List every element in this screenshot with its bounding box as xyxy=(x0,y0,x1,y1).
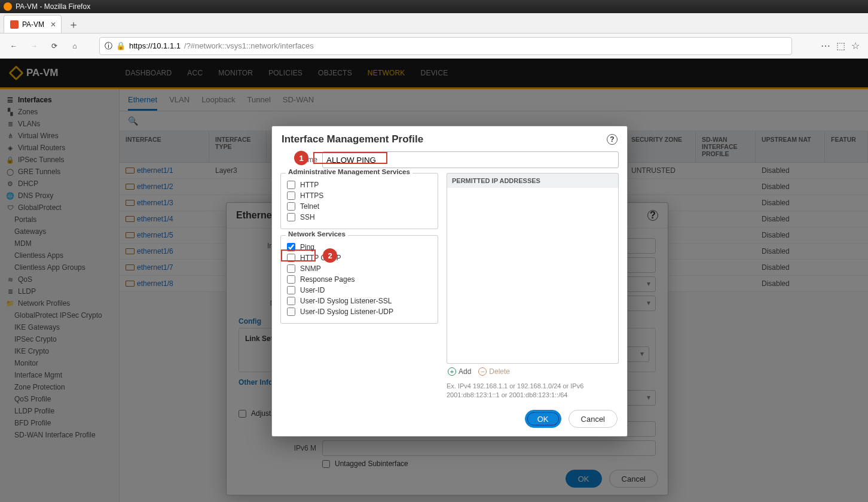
name-input[interactable] xyxy=(322,151,619,168)
sidebar-item-gateways[interactable]: Gateways xyxy=(4,226,115,238)
sidebar-item-dhcp[interactable]: ⚙DHCP xyxy=(4,178,115,190)
sidebar-item-bfd-profile[interactable]: BFD Profile xyxy=(4,417,115,429)
sidebar-item-sdwan-profile[interactable]: SD-WAN Interface Profile xyxy=(4,429,115,441)
nav-objects[interactable]: OBJECTS xyxy=(318,69,352,77)
pocket-icon[interactable]: ⬚ xyxy=(836,40,845,51)
tab-title: PA-VM xyxy=(22,20,44,29)
logo-icon xyxy=(8,65,23,80)
app-header: PA-VM DASHBOARD ACC MONITOR POLICIES OBJ… xyxy=(0,59,868,87)
lock-icon[interactable]: 🔒 xyxy=(116,41,126,50)
nav-network[interactable]: NETWORK xyxy=(368,69,405,77)
back-button[interactable]: ← xyxy=(6,38,22,54)
sidebar-item-interfaces[interactable]: ☰Interfaces xyxy=(4,94,115,106)
user-id-ssl-checkbox[interactable]: User-ID Syslog Listener-SSL xyxy=(287,297,432,305)
subtab-tunnel[interactable]: Tunnel xyxy=(247,95,271,111)
port-icon xyxy=(126,216,135,222)
tab-close-icon[interactable]: ✕ xyxy=(50,20,56,29)
nav-acc[interactable]: ACC xyxy=(187,69,203,77)
ssh-checkbox[interactable]: SSH xyxy=(287,213,432,221)
sidebar-group-globalprotect[interactable]: 🛡GlobalProtect xyxy=(4,202,115,214)
reload-button[interactable]: ⟳ xyxy=(47,38,62,54)
sidebar-item-mdm[interactable]: MDM xyxy=(4,238,115,250)
sidebar-item-zone-protection[interactable]: Zone Protection xyxy=(4,381,115,393)
ping-checkbox[interactable]: Ping xyxy=(287,243,432,251)
interfaces-icon: ☰ xyxy=(6,96,14,104)
nav-policies[interactable]: POLICIES xyxy=(268,69,302,77)
home-button[interactable]: ⌂ xyxy=(67,38,82,54)
adjust-checkbox[interactable] xyxy=(239,410,246,418)
browser-toolbar: ← → ⟳ ⌂ ⓘ 🔒 https://10.1.1.1/?#network::… xyxy=(0,34,868,59)
port-icon xyxy=(126,232,135,238)
https-checkbox[interactable]: HTTPS xyxy=(287,191,432,200)
port-icon xyxy=(126,184,135,190)
add-button[interactable]: +Add xyxy=(448,367,471,376)
sidebar-item-if-mgmt[interactable]: Interface Mgmt xyxy=(4,369,115,381)
delete-button[interactable]: −Delete xyxy=(478,367,510,376)
nav-dashboard[interactable]: DASHBOARD xyxy=(126,69,172,77)
sidebar-item-portals[interactable]: Portals xyxy=(4,214,115,226)
v6m-field[interactable] xyxy=(322,440,656,456)
sidebar-item-dns[interactable]: 🌐DNS Proxy xyxy=(4,190,115,202)
telnet-checkbox[interactable]: Telnet xyxy=(287,202,432,211)
more-icon[interactable]: ⋯ xyxy=(821,40,830,51)
sidebar: ☰Interfaces ▚Zones ≣VLANs ⋔Virtual Wires… xyxy=(0,89,120,502)
ip-hint: Ex. IPv4 192.168.1.1 or 192.168.1.0/24 o… xyxy=(447,382,619,400)
sidebar-item-qos[interactable]: ≋QoS xyxy=(4,273,115,285)
response-pages-checkbox[interactable]: Response Pages xyxy=(287,275,432,284)
zones-icon: ▚ xyxy=(6,108,14,116)
subtab-vlan[interactable]: VLAN xyxy=(169,95,190,111)
port-icon xyxy=(126,168,135,174)
sidebar-item-virtual-routers[interactable]: ◈Virtual Routers xyxy=(4,142,115,154)
sidebar-item-zones[interactable]: ▚Zones xyxy=(4,106,115,118)
browser-tab[interactable]: PA-VM ✕ xyxy=(4,15,62,33)
untagged-checkbox[interactable] xyxy=(322,460,330,468)
sidebar-item-qos-profile[interactable]: QoS Profile xyxy=(4,393,115,405)
new-tab-button[interactable]: ＋ xyxy=(65,16,82,33)
snmp-checkbox[interactable]: SNMP xyxy=(287,264,432,273)
sidebar-item-monitor[interactable]: Monitor xyxy=(4,357,115,369)
sidebar-item-virtual-wires[interactable]: ⋔Virtual Wires xyxy=(4,130,115,142)
sidebar-item-clientless[interactable]: Clientless Apps xyxy=(4,250,115,261)
nav-monitor[interactable]: MONITOR xyxy=(218,69,253,77)
sidebar-item-gp-ipsec[interactable]: GlobalProtect IPSec Crypto xyxy=(4,309,115,321)
sidebar-item-lldp[interactable]: ≣LLDP xyxy=(4,285,115,297)
sidebar-item-vlans[interactable]: ≣VLANs xyxy=(4,118,115,130)
col-interface: INTERFACE xyxy=(120,131,209,162)
help-icon[interactable]: ? xyxy=(607,134,618,145)
subtab-sdwan[interactable]: SD-WAN xyxy=(283,95,314,111)
sidebar-item-ipsec-crypto[interactable]: IPSec Crypto xyxy=(4,333,115,345)
url-bar[interactable]: ⓘ 🔒 https://10.1.1.1/?#network::vsys1::n… xyxy=(99,37,792,55)
sidebar-item-lldp-profile[interactable]: LLDP Profile xyxy=(4,405,115,417)
sidebar-item-clientless-groups[interactable]: Clientless App Groups xyxy=(4,261,115,273)
back-cancel-button[interactable]: Cancel xyxy=(609,470,658,488)
port-icon xyxy=(126,248,135,254)
qos-icon: ≋ xyxy=(6,275,14,284)
http-checkbox[interactable]: HTTP xyxy=(287,181,432,189)
cancel-button[interactable]: Cancel xyxy=(569,410,618,428)
sidebar-item-gre[interactable]: ◯GRE Tunnels xyxy=(4,166,115,178)
ok-button[interactable]: OK xyxy=(525,410,561,428)
permitted-ip-list[interactable] xyxy=(447,188,619,364)
user-id-udp-checkbox[interactable]: User-ID Syslog Listener-UDP xyxy=(287,308,432,316)
subtab-ethernet[interactable]: Ethernet xyxy=(128,95,157,111)
help-icon[interactable]: ? xyxy=(647,210,658,221)
back-ok-button[interactable]: OK xyxy=(566,470,602,488)
col-type: INTERFACE TYPE xyxy=(209,131,267,162)
info-icon[interactable]: ⓘ xyxy=(105,41,112,51)
http-ocsp-checkbox[interactable]: HTTP OCSP xyxy=(287,254,432,262)
nav-device[interactable]: DEVICE xyxy=(421,69,448,77)
vr-icon: ◈ xyxy=(6,144,14,152)
sidebar-group-netprofiles[interactable]: 📁Network Profiles xyxy=(4,297,115,309)
sidebar-item-ike-crypto[interactable]: IKE Crypto xyxy=(4,345,115,357)
sidebar-item-ike-gw[interactable]: IKE Gateways xyxy=(4,321,115,333)
sidebar-item-ipsec[interactable]: 🔒IPSec Tunnels xyxy=(4,154,115,166)
port-icon xyxy=(126,281,135,287)
user-id-checkbox[interactable]: User-ID xyxy=(287,286,432,294)
star-icon[interactable]: ☆ xyxy=(851,40,860,51)
gre-icon: ◯ xyxy=(6,168,14,176)
subtab-loopback[interactable]: Loopback xyxy=(201,95,235,111)
tab-strip: PA-VM ✕ ＋ xyxy=(0,13,868,34)
col-upstream: UPSTREAM NAT xyxy=(756,131,825,162)
firefox-icon xyxy=(4,2,12,11)
forward-button: → xyxy=(26,38,42,54)
